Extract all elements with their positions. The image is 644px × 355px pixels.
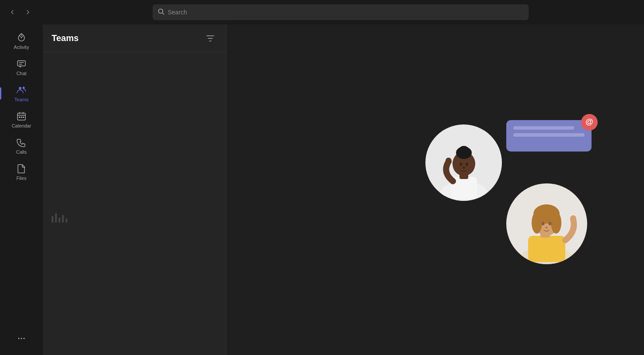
svg-point-2 — [21, 37, 22, 38]
svg-rect-12 — [19, 117, 20, 118]
search-bar — [153, 4, 529, 20]
loading-bars — [43, 213, 226, 223]
svg-line-1 — [162, 13, 164, 15]
svg-point-24 — [460, 162, 462, 165]
svg-point-25 — [466, 162, 468, 165]
sidebar-item-teams-label: Teams — [14, 97, 28, 102]
svg-point-23 — [459, 146, 469, 155]
sidebar-item-calls[interactable]: Calls — [0, 133, 43, 159]
search-input[interactable] — [168, 9, 523, 16]
sidebar-item-calls-label: Calls — [16, 149, 27, 155]
msg-line-1 — [513, 126, 574, 130]
filter-button[interactable] — [203, 31, 217, 45]
svg-point-26 — [463, 167, 465, 169]
more-icon — [16, 333, 27, 344]
forward-button[interactable] — [21, 5, 35, 19]
teams-panel-content — [43, 52, 226, 355]
activity-icon — [16, 32, 27, 43]
sidebar-item-chat-label: Chat — [16, 71, 26, 76]
teams-panel-title: Teams — [52, 33, 79, 43]
sidebar-item-calendar[interactable]: Calendar — [0, 107, 43, 133]
top-bar — [0, 0, 644, 24]
svg-point-16 — [21, 338, 22, 339]
svg-point-34 — [551, 212, 561, 234]
sidebar-item-activity[interactable]: Activity — [0, 28, 43, 54]
files-icon — [16, 163, 27, 174]
message-bubble: @ — [506, 120, 592, 152]
nav-arrows — [5, 5, 35, 19]
svg-rect-3 — [17, 61, 25, 66]
sidebar-item-activity-label: Activity — [14, 45, 29, 50]
teams-panel: Teams — [43, 24, 226, 355]
at-badge: @ — [581, 114, 598, 131]
main-content: @ — [226, 24, 644, 355]
svg-point-15 — [18, 338, 20, 339]
svg-point-17 — [24, 338, 25, 339]
sidebar-item-teams[interactable]: Teams — [0, 80, 43, 107]
svg-point-37 — [545, 227, 548, 228]
person2-circle — [506, 183, 587, 264]
sidebar-item-files[interactable]: Files — [0, 159, 43, 185]
person1-circle — [425, 124, 502, 201]
sidebar-item-chat[interactable]: Chat — [0, 54, 43, 80]
svg-point-27 — [446, 158, 452, 164]
sidebar-narrow: Activity Chat — [0, 24, 43, 355]
teams-icon — [16, 85, 27, 95]
svg-point-33 — [532, 212, 542, 234]
svg-point-38 — [570, 215, 576, 221]
svg-rect-13 — [21, 117, 22, 118]
teams-panel-header: Teams — [43, 24, 226, 52]
calendar-icon — [16, 111, 27, 121]
illustration: @ — [425, 116, 592, 264]
sidebar-item-calendar-label: Calendar — [12, 123, 31, 128]
chat-icon — [16, 59, 27, 69]
main-layout: Activity Chat — [0, 24, 644, 355]
sidebar-item-files-label: Files — [16, 176, 26, 181]
svg-rect-14 — [23, 117, 24, 118]
search-icon — [158, 8, 164, 16]
svg-point-35 — [542, 222, 545, 225]
msg-line-2 — [513, 133, 585, 137]
back-button[interactable] — [5, 5, 19, 19]
svg-rect-29 — [528, 236, 565, 262]
svg-point-7 — [23, 87, 25, 89]
sidebar-item-more[interactable] — [0, 329, 43, 348]
svg-point-6 — [19, 87, 21, 90]
svg-point-36 — [549, 222, 552, 225]
calls-icon — [16, 137, 27, 148]
